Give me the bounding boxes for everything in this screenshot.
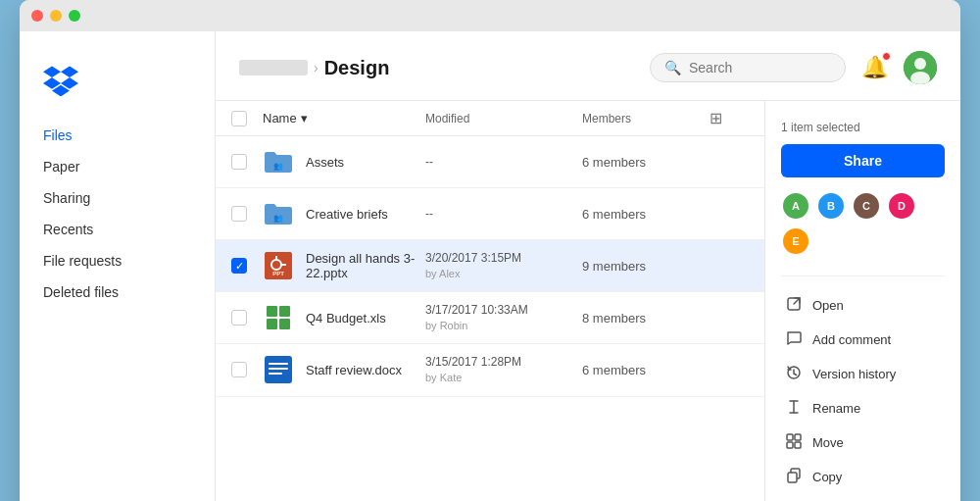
- move-label: Move: [812, 435, 844, 450]
- file-name-assets: Assets: [306, 155, 344, 170]
- rename-icon: [785, 399, 803, 418]
- table-row[interactable]: PPT Design all hands 3-22.pptx 3/20/2017…: [216, 240, 764, 292]
- member-avatar: D: [887, 191, 916, 221]
- avatar-image: [904, 51, 937, 84]
- user-avatar[interactable]: [904, 51, 937, 84]
- sidebar-item-paper[interactable]: Paper: [20, 151, 215, 182]
- app-window: Files Paper Sharing Recents File request…: [20, 0, 960, 501]
- select-all-checkbox[interactable]: [231, 111, 247, 126]
- members-creative-briefs: 6 members: [582, 207, 710, 222]
- sidebar: Files Paper Sharing Recents File request…: [20, 31, 216, 501]
- breadcrumb-current: Design: [324, 57, 390, 79]
- search-input[interactable]: [689, 60, 826, 75]
- svg-rect-11: [267, 306, 277, 317]
- avatar-svg: [904, 51, 937, 84]
- action-move[interactable]: Move: [781, 426, 945, 460]
- action-version-history[interactable]: Version history: [781, 357, 945, 391]
- svg-rect-27: [795, 442, 801, 448]
- file-name-cell-assets: 👥 Assets: [263, 146, 425, 177]
- share-button[interactable]: Share: [781, 144, 945, 177]
- table-row: Staff review.docx 3/15/2017 1:28PM by Ka…: [216, 344, 764, 396]
- member-avatar: E: [781, 226, 810, 256]
- modified-q4-budget: 3/17/2017 10:33AM by Robin: [425, 302, 582, 333]
- row-checkbox-design-all-hands[interactable]: [231, 258, 247, 274]
- notification-button[interactable]: 🔔: [861, 55, 888, 80]
- action-copy[interactable]: Copy: [781, 460, 945, 494]
- open-label: Open: [812, 298, 844, 313]
- col-members-header: Members: [582, 112, 710, 125]
- add-comment-label: Add comment: [812, 332, 891, 347]
- svg-text:PPT: PPT: [272, 271, 284, 276]
- col-modified-header: Modified: [425, 112, 582, 125]
- sidebar-item-file-requests[interactable]: File requests: [20, 245, 215, 276]
- folder-icon-creative-briefs: 👥: [263, 198, 294, 229]
- version-history-label: Version history: [812, 367, 896, 381]
- rename-label: Rename: [812, 401, 860, 416]
- file-section: Name ▾ Modified Members ⊞: [216, 101, 960, 501]
- file-name-cell-creative-briefs: 👥 Creative briefs: [263, 198, 425, 229]
- svg-point-1: [914, 58, 926, 70]
- action-list: Open Add comment: [781, 288, 945, 501]
- close-dot[interactable]: [31, 10, 43, 22]
- breadcrumb: › Design: [239, 57, 389, 79]
- modified-design-all-hands: 3/20/2017 3:15PM by Alex: [425, 250, 582, 281]
- sidebar-item-deleted-files[interactable]: Deleted files: [20, 276, 215, 308]
- action-open[interactable]: Open: [781, 288, 945, 323]
- member-avatar: C: [852, 191, 881, 221]
- table-header: Name ▾ Modified Members ⊞: [216, 101, 764, 136]
- titlebar: [20, 0, 960, 31]
- row-checkbox-assets[interactable]: [231, 154, 247, 170]
- file-name-cell-design-all-hands: PPT Design all hands 3-22.pptx: [263, 250, 425, 281]
- svg-line-20: [794, 298, 800, 304]
- file-name-cell-q4-budget: Q4 Budget.xls: [263, 302, 425, 333]
- sidebar-item-recents[interactable]: Recents: [20, 214, 215, 245]
- move-icon: [785, 433, 803, 452]
- file-name-cell-staff-review: Staff review.docx: [263, 354, 425, 385]
- member-avatar: A: [781, 191, 810, 221]
- svg-rect-14: [279, 319, 290, 329]
- file-name-q4-budget: Q4 Budget.xls: [306, 311, 386, 326]
- selection-label: 1 item selected: [781, 121, 945, 134]
- minimize-dot[interactable]: [50, 10, 62, 22]
- file-name-design-all-hands: Design all hands 3-22.pptx: [306, 251, 425, 280]
- right-panel: 1 item selected Share A B C D E: [764, 101, 960, 501]
- sidebar-item-files[interactable]: Files: [20, 120, 215, 151]
- sidebar-item-sharing[interactable]: Sharing: [20, 182, 215, 214]
- svg-text:👥: 👥: [273, 161, 283, 171]
- row-checkbox-creative-briefs[interactable]: [231, 206, 247, 222]
- svg-rect-13: [267, 319, 277, 329]
- members-q4-budget: 8 members: [582, 311, 710, 326]
- search-icon: 🔍: [664, 60, 681, 75]
- file-name-creative-briefs: Creative briefs: [306, 207, 388, 222]
- notification-badge: [882, 52, 891, 61]
- breadcrumb-separator: ›: [314, 60, 318, 75]
- xls-icon-q4-budget: [263, 302, 294, 333]
- action-add-comment[interactable]: Add comment: [781, 323, 945, 357]
- action-rename[interactable]: Rename: [781, 391, 945, 426]
- col-grid-icon[interactable]: ⊞: [710, 109, 749, 127]
- sidebar-nav: Files Paper Sharing Recents File request…: [20, 120, 215, 308]
- svg-rect-12: [279, 306, 290, 317]
- row-checkbox-q4-budget[interactable]: [231, 310, 247, 326]
- member-avatars: A B C D E: [781, 191, 945, 256]
- search-bar[interactable]: 🔍: [650, 53, 846, 82]
- svg-rect-25: [795, 434, 801, 440]
- members-assets: 6 members: [582, 155, 710, 170]
- table-row: Q4 Budget.xls 3/17/2017 10:33AM by Robin…: [216, 292, 764, 344]
- table-row: 👥 Assets -- 6 members: [216, 136, 764, 188]
- col-name-header[interactable]: Name ▾: [263, 111, 425, 125]
- maximize-dot[interactable]: [69, 10, 80, 22]
- modified-staff-review: 3/15/2017 1:28PM by Kate: [425, 354, 582, 385]
- copy-icon: [785, 468, 803, 486]
- row-checkbox-staff-review[interactable]: [231, 362, 247, 377]
- copy-label: Copy: [812, 470, 842, 484]
- breadcrumb-parent[interactable]: [239, 60, 308, 75]
- svg-rect-24: [787, 434, 793, 440]
- file-list-area: Name ▾ Modified Members ⊞: [216, 101, 764, 501]
- table-row: 👥 Creative briefs -- 6 members: [216, 188, 764, 240]
- main-content: Files Paper Sharing Recents File request…: [20, 31, 960, 501]
- pptx-icon-design-all-hands: PPT: [263, 250, 294, 281]
- action-delete[interactable]: Delete: [781, 494, 945, 501]
- panel-divider: [781, 276, 945, 276]
- history-icon: [785, 365, 803, 383]
